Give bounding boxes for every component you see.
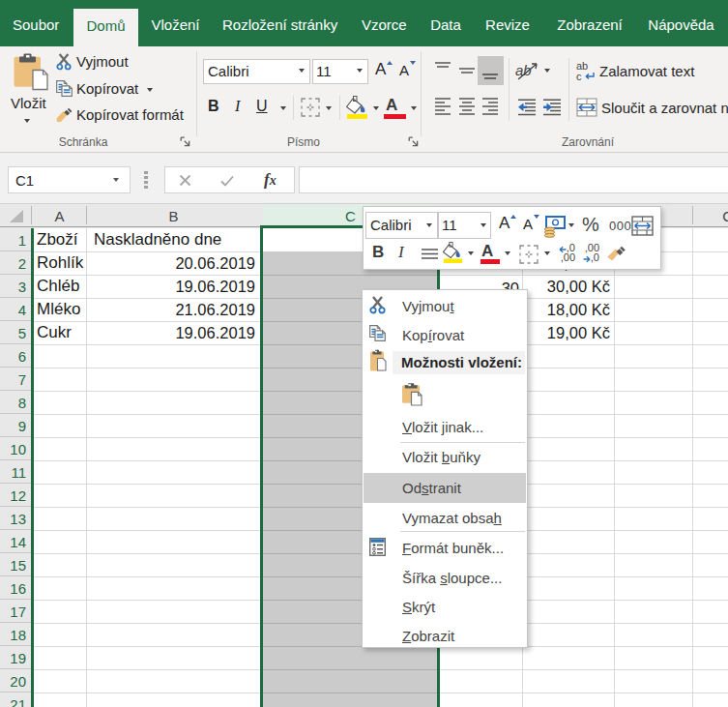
svg-text:c: c bbox=[576, 71, 582, 82]
